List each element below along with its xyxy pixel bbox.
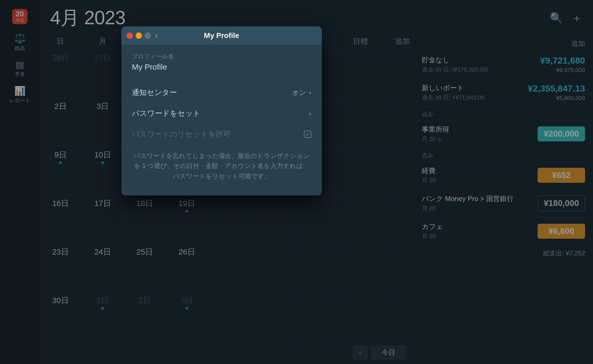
modal-description: パスワードを忘れてしまった場合、最近のトランザクションを 1 つ選び、その日付・… — [132, 145, 311, 188]
set-password-right: › — [309, 109, 311, 118]
traffic-light-zoom[interactable] — [145, 32, 151, 39]
modal-window: ‹ My Profile プロフィール名 My Profile 通知センター オ… — [121, 26, 322, 195]
modal-row-notifications[interactable]: 通知センター オン › — [132, 82, 311, 103]
modal-back-button[interactable]: ‹ — [155, 31, 158, 40]
profile-name-label: プロフィール名 — [132, 52, 311, 60]
modal-row-set-password[interactable]: パスワードをセット › — [132, 103, 311, 124]
chevron-right-icon: › — [309, 88, 311, 97]
reset-password-right: ✓ — [304, 131, 311, 138]
notifications-value: オン — [292, 88, 306, 97]
chevron-right-icon: › — [309, 109, 311, 118]
notifications-label: 通知センター — [132, 88, 177, 98]
set-password-label: パスワードをセット — [132, 108, 200, 118]
profile-name-value: My Profile — [132, 63, 311, 77]
modal-body: プロフィール名 My Profile 通知センター オン › パスワードをセット… — [121, 45, 322, 195]
modal-row-reset-password: パスワードのリセットを許可 ✓ — [132, 124, 311, 145]
reset-password-checkbox: ✓ — [304, 131, 311, 138]
modal-overlay: ‹ My Profile プロフィール名 My Profile 通知センター オ… — [0, 0, 593, 364]
traffic-light-close[interactable] — [127, 32, 133, 39]
reset-password-label: パスワードのリセットを許可 — [132, 129, 231, 139]
notifications-right: オン › — [292, 88, 311, 97]
modal-titlebar: ‹ My Profile — [121, 26, 322, 45]
modal-title: My Profile — [204, 31, 239, 40]
traffic-light-minimize[interactable] — [136, 32, 142, 39]
